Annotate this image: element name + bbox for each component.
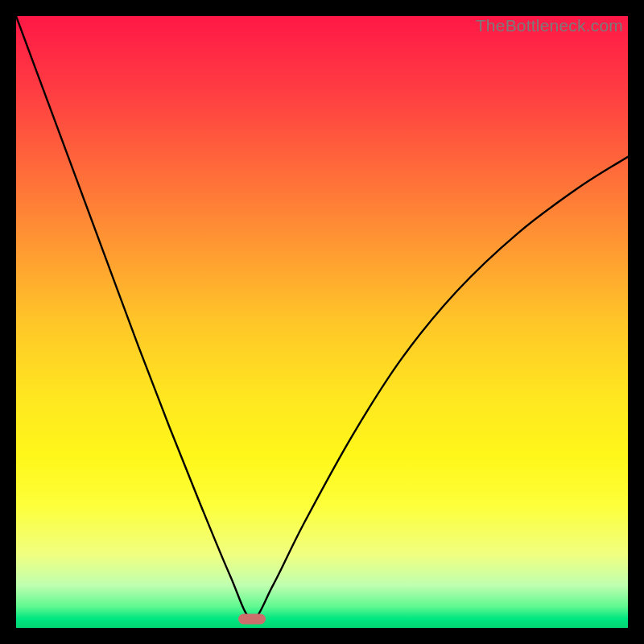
curve-path xyxy=(16,16,628,619)
bottleneck-curve xyxy=(16,16,628,628)
plot-area: TheBottleneck.com xyxy=(16,16,628,628)
minimum-marker xyxy=(238,613,266,624)
